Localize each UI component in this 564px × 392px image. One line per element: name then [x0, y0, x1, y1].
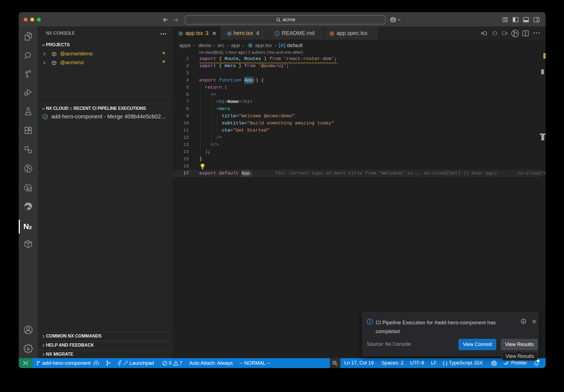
svg-text:N: N: [23, 222, 29, 231]
svg-text:≥: ≥: [29, 224, 32, 230]
